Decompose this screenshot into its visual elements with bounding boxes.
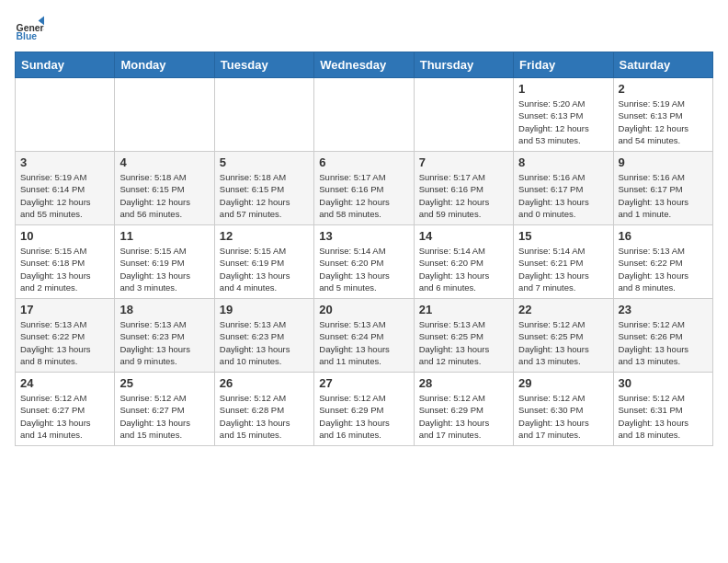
day-number: 10 bbox=[20, 229, 109, 243]
day-number: 11 bbox=[119, 229, 209, 243]
calendar-cell: 21Sunrise: 5:13 AM Sunset: 6:25 PM Dayli… bbox=[414, 299, 513, 373]
weekday-header: Thursday bbox=[414, 52, 513, 78]
day-info: Sunrise: 5:13 AM Sunset: 6:24 PM Dayligh… bbox=[319, 318, 408, 367]
calendar-cell bbox=[115, 78, 214, 152]
day-number: 13 bbox=[319, 229, 408, 243]
day-info: Sunrise: 5:14 AM Sunset: 6:20 PM Dayligh… bbox=[319, 245, 408, 293]
day-info: Sunrise: 5:12 AM Sunset: 6:26 PM Dayligh… bbox=[619, 318, 708, 367]
calendar-cell: 7Sunrise: 5:17 AM Sunset: 6:16 PM Daylig… bbox=[414, 152, 513, 225]
day-number: 30 bbox=[619, 376, 708, 390]
day-info: Sunrise: 5:12 AM Sunset: 6:29 PM Dayligh… bbox=[419, 392, 508, 441]
day-number: 21 bbox=[419, 303, 508, 316]
day-info: Sunrise: 5:13 AM Sunset: 6:25 PM Dayligh… bbox=[419, 318, 508, 367]
calendar-cell: 16Sunrise: 5:13 AM Sunset: 6:22 PM Dayli… bbox=[613, 225, 712, 299]
day-info: Sunrise: 5:18 AM Sunset: 6:15 PM Dayligh… bbox=[119, 171, 209, 220]
weekday-header: Monday bbox=[115, 52, 214, 78]
calendar-cell: 4Sunrise: 5:18 AM Sunset: 6:15 PM Daylig… bbox=[115, 152, 214, 225]
calendar-week-row: 17Sunrise: 5:13 AM Sunset: 6:22 PM Dayli… bbox=[16, 299, 713, 373]
day-info: Sunrise: 5:16 AM Sunset: 6:17 PM Dayligh… bbox=[619, 171, 708, 220]
calendar-week-row: 24Sunrise: 5:12 AM Sunset: 6:27 PM Dayli… bbox=[16, 373, 713, 446]
calendar-week-row: 3Sunrise: 5:19 AM Sunset: 6:14 PM Daylig… bbox=[16, 152, 713, 225]
day-info: Sunrise: 5:18 AM Sunset: 6:15 PM Dayligh… bbox=[220, 171, 309, 220]
day-number: 29 bbox=[518, 376, 608, 390]
day-info: Sunrise: 5:13 AM Sunset: 6:23 PM Dayligh… bbox=[119, 318, 209, 367]
day-number: 2 bbox=[619, 82, 708, 96]
day-number: 23 bbox=[619, 303, 708, 316]
day-number: 20 bbox=[319, 303, 408, 316]
calendar-cell bbox=[314, 78, 414, 152]
calendar-cell bbox=[16, 78, 115, 152]
day-number: 14 bbox=[419, 229, 508, 243]
calendar-table: SundayMondayTuesdayWednesdayThursdayFrid… bbox=[15, 52, 713, 446]
calendar-week-row: 1Sunrise: 5:20 AM Sunset: 6:13 PM Daylig… bbox=[16, 78, 713, 152]
day-number: 27 bbox=[319, 376, 408, 390]
calendar-cell: 8Sunrise: 5:16 AM Sunset: 6:17 PM Daylig… bbox=[514, 152, 613, 225]
weekday-header: Wednesday bbox=[314, 52, 414, 78]
day-info: Sunrise: 5:19 AM Sunset: 6:13 PM Dayligh… bbox=[619, 98, 708, 146]
day-info: Sunrise: 5:15 AM Sunset: 6:19 PM Dayligh… bbox=[119, 245, 209, 293]
day-number: 17 bbox=[20, 303, 109, 316]
day-number: 15 bbox=[518, 229, 608, 243]
calendar-cell: 24Sunrise: 5:12 AM Sunset: 6:27 PM Dayli… bbox=[16, 373, 115, 446]
calendar-cell: 3Sunrise: 5:19 AM Sunset: 6:14 PM Daylig… bbox=[16, 152, 115, 225]
day-number: 3 bbox=[20, 155, 109, 169]
day-number: 4 bbox=[119, 155, 209, 169]
calendar-cell: 27Sunrise: 5:12 AM Sunset: 6:29 PM Dayli… bbox=[314, 373, 414, 446]
calendar-cell: 1Sunrise: 5:20 AM Sunset: 6:13 PM Daylig… bbox=[514, 78, 613, 152]
day-info: Sunrise: 5:12 AM Sunset: 6:27 PM Dayligh… bbox=[20, 392, 109, 441]
day-number: 1 bbox=[518, 82, 608, 96]
day-number: 16 bbox=[619, 229, 708, 243]
day-number: 28 bbox=[419, 376, 508, 390]
calendar-cell: 13Sunrise: 5:14 AM Sunset: 6:20 PM Dayli… bbox=[314, 225, 414, 299]
calendar-cell: 22Sunrise: 5:12 AM Sunset: 6:25 PM Dayli… bbox=[514, 299, 613, 373]
day-info: Sunrise: 5:13 AM Sunset: 6:22 PM Dayligh… bbox=[619, 245, 708, 293]
weekday-header: Tuesday bbox=[214, 52, 313, 78]
svg-text:Blue: Blue bbox=[17, 31, 38, 41]
day-number: 9 bbox=[619, 155, 708, 169]
calendar-cell: 28Sunrise: 5:12 AM Sunset: 6:29 PM Dayli… bbox=[414, 373, 513, 446]
day-number: 19 bbox=[220, 303, 309, 316]
calendar-cell: 23Sunrise: 5:12 AM Sunset: 6:26 PM Dayli… bbox=[613, 299, 712, 373]
calendar-cell: 26Sunrise: 5:12 AM Sunset: 6:28 PM Dayli… bbox=[214, 373, 313, 446]
day-number: 7 bbox=[419, 155, 508, 169]
calendar-cell: 19Sunrise: 5:13 AM Sunset: 6:23 PM Dayli… bbox=[214, 299, 313, 373]
calendar-week-row: 10Sunrise: 5:15 AM Sunset: 6:18 PM Dayli… bbox=[16, 225, 713, 299]
page-header: General Blue bbox=[15, 15, 713, 44]
day-number: 12 bbox=[220, 229, 309, 243]
calendar-cell: 6Sunrise: 5:17 AM Sunset: 6:16 PM Daylig… bbox=[314, 152, 414, 225]
day-number: 5 bbox=[220, 155, 309, 169]
weekday-header-row: SundayMondayTuesdayWednesdayThursdayFrid… bbox=[16, 52, 713, 78]
calendar-cell: 20Sunrise: 5:13 AM Sunset: 6:24 PM Dayli… bbox=[314, 299, 414, 373]
day-info: Sunrise: 5:12 AM Sunset: 6:31 PM Dayligh… bbox=[619, 392, 708, 441]
day-info: Sunrise: 5:12 AM Sunset: 6:30 PM Dayligh… bbox=[518, 392, 608, 441]
day-info: Sunrise: 5:20 AM Sunset: 6:13 PM Dayligh… bbox=[518, 98, 608, 146]
calendar-cell: 30Sunrise: 5:12 AM Sunset: 6:31 PM Dayli… bbox=[613, 373, 712, 446]
day-info: Sunrise: 5:12 AM Sunset: 6:28 PM Dayligh… bbox=[220, 392, 309, 441]
calendar-cell: 2Sunrise: 5:19 AM Sunset: 6:13 PM Daylig… bbox=[613, 78, 712, 152]
calendar-cell: 11Sunrise: 5:15 AM Sunset: 6:19 PM Dayli… bbox=[115, 225, 214, 299]
day-number: 6 bbox=[319, 155, 408, 169]
day-info: Sunrise: 5:13 AM Sunset: 6:22 PM Dayligh… bbox=[20, 318, 109, 367]
calendar-cell: 18Sunrise: 5:13 AM Sunset: 6:23 PM Dayli… bbox=[115, 299, 214, 373]
weekday-header: Saturday bbox=[613, 52, 712, 78]
day-number: 18 bbox=[119, 303, 209, 316]
day-info: Sunrise: 5:15 AM Sunset: 6:19 PM Dayligh… bbox=[220, 245, 309, 293]
day-info: Sunrise: 5:17 AM Sunset: 6:16 PM Dayligh… bbox=[419, 171, 508, 220]
day-info: Sunrise: 5:12 AM Sunset: 6:27 PM Dayligh… bbox=[119, 392, 209, 441]
calendar-cell: 14Sunrise: 5:14 AM Sunset: 6:20 PM Dayli… bbox=[414, 225, 513, 299]
day-info: Sunrise: 5:12 AM Sunset: 6:25 PM Dayligh… bbox=[518, 318, 608, 367]
calendar-cell: 12Sunrise: 5:15 AM Sunset: 6:19 PM Dayli… bbox=[214, 225, 313, 299]
day-info: Sunrise: 5:14 AM Sunset: 6:21 PM Dayligh… bbox=[518, 245, 608, 293]
weekday-header: Sunday bbox=[16, 52, 115, 78]
day-number: 26 bbox=[220, 376, 309, 390]
calendar-cell: 25Sunrise: 5:12 AM Sunset: 6:27 PM Dayli… bbox=[115, 373, 214, 446]
day-info: Sunrise: 5:14 AM Sunset: 6:20 PM Dayligh… bbox=[419, 245, 508, 293]
calendar-cell: 29Sunrise: 5:12 AM Sunset: 6:30 PM Dayli… bbox=[514, 373, 613, 446]
calendar-cell: 15Sunrise: 5:14 AM Sunset: 6:21 PM Dayli… bbox=[514, 225, 613, 299]
calendar-cell: 10Sunrise: 5:15 AM Sunset: 6:18 PM Dayli… bbox=[16, 225, 115, 299]
day-number: 22 bbox=[518, 303, 608, 316]
day-info: Sunrise: 5:19 AM Sunset: 6:14 PM Dayligh… bbox=[20, 171, 109, 220]
day-info: Sunrise: 5:17 AM Sunset: 6:16 PM Dayligh… bbox=[319, 171, 408, 220]
weekday-header: Friday bbox=[514, 52, 613, 78]
day-info: Sunrise: 5:12 AM Sunset: 6:29 PM Dayligh… bbox=[319, 392, 408, 441]
